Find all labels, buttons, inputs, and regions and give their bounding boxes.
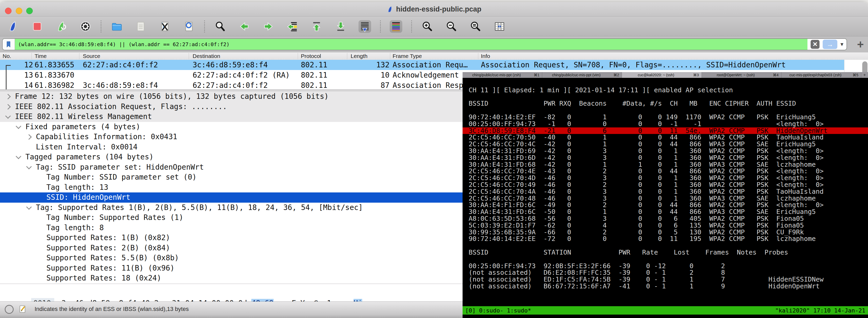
chevron-right-icon[interactable]	[26, 134, 32, 140]
filter-clear-button[interactable]: ✕	[811, 40, 819, 49]
folder-icon	[111, 21, 122, 32]
chevron-down-icon[interactable]	[26, 164, 32, 169]
save-document-icon	[135, 21, 147, 32]
column-separator[interactable]	[347, 53, 347, 59]
chevron-down-icon[interactable]	[16, 123, 21, 129]
chevron-down-icon[interactable]	[5, 113, 11, 119]
open-file-button[interactable]	[110, 20, 123, 33]
go-to-top-button[interactable]	[310, 20, 323, 33]
packet-cell: Association Request, SN=708, FN=0, Flags…	[481, 60, 786, 70]
terminal-line: 2C:C5:46:CC:70:50 -40 0 1 0 0 44 866 WPA…	[463, 134, 868, 141]
capture-comment-icon[interactable]	[18, 304, 27, 314]
wireshark-fin-icon	[386, 5, 393, 13]
maximize-window-button[interactable]	[26, 8, 33, 14]
auto-scroll-button[interactable]	[359, 20, 371, 33]
tree-line-text: Listen Interval: 0x0014	[36, 142, 137, 152]
go-to-packet-button[interactable]	[286, 20, 299, 33]
terminal-tab[interactable]: ching/public/cuc-mis-ppt (vim)⌘2	[542, 72, 622, 78]
expert-info-icon[interactable]	[5, 305, 13, 314]
packet-cell: 3c:46:d8:59:e8:f4	[83, 80, 158, 89]
filter-bookmark-button[interactable]	[3, 39, 15, 50]
tmux-sessions[interactable]: [0] 0:sudo- 1:sudo*	[465, 307, 531, 314]
terminal-line	[463, 242, 868, 249]
column-separator[interactable]	[31, 53, 32, 59]
capture-options-button[interactable]	[79, 20, 92, 33]
packet-cell: 12	[0, 60, 33, 70]
filter-apply-button[interactable]: →	[823, 39, 837, 49]
tree-line-text: IEEE 802.11 Wireless Management	[15, 112, 152, 122]
tree-line-text: Tag: Supported Rates 1(B), 2(B), 5.5(B),…	[36, 203, 363, 213]
go-to-packet-icon	[287, 21, 298, 32]
reload-document-icon	[183, 21, 195, 32]
shark-fin-icon	[7, 21, 19, 32]
tree-line-text: IEEE 802.11 Association Request, Flags: …	[15, 102, 227, 112]
filter-dropdown-caret[interactable]: ▾	[840, 41, 843, 48]
column-separator[interactable]	[390, 53, 390, 59]
close-window-button[interactable]	[5, 8, 11, 14]
column-header-time[interactable]: Time	[35, 52, 46, 60]
packet-cell: 13	[0, 70, 33, 80]
chevron-right-icon[interactable]	[5, 94, 11, 99]
close-file-button[interactable]	[159, 20, 171, 33]
column-separator[interactable]	[79, 53, 80, 59]
chevron-right-icon[interactable]	[5, 104, 11, 109]
tree-line-text: Supported Rates: 2(B) (0x84)	[46, 243, 170, 253]
packet-cell: 61.833670	[35, 70, 74, 80]
column-header-protocol[interactable]: Protocol	[301, 52, 321, 60]
terminal-new-tab-button[interactable]: +	[861, 72, 868, 78]
terminal-tab-label: root@OpenWrt: ~ (ssh)	[702, 72, 770, 78]
terminal-window[interactable]: ching/public/cuc-mis-ppt (zsh)⌘1ching/pu…	[463, 72, 868, 318]
terminal-line: 2C:C5:46:CC:70:48 -46 0 3 0 0 1 360 WPA3…	[463, 195, 868, 202]
filter-add-button[interactable]: +	[857, 37, 864, 52]
terminal-tab[interactable]: cuc@kali2020: ~ (ssh)⌘3	[622, 72, 702, 78]
terminal-tab[interactable]: root@OpenWrt: ~ (ssh)⌘4	[702, 72, 781, 78]
restart-capture-button[interactable]	[55, 20, 68, 33]
column-separator[interactable]	[189, 53, 189, 59]
main-toolbar	[0, 17, 868, 36]
zoom-reset-button[interactable]	[469, 20, 482, 33]
terminal-line: A8:0C:63:5D:53:68 -56 0 3 0 0 6 405 WPA2…	[463, 215, 868, 222]
find-packet-button[interactable]	[214, 20, 226, 33]
terminal-line: (not associated) ED:1F:C5:FA:74:5B -39 0…	[463, 276, 868, 283]
go-to-bottom-button[interactable]	[334, 20, 347, 33]
go-forward-button[interactable]	[262, 20, 275, 33]
stop-capture-button[interactable]	[31, 20, 43, 33]
column-header-frametype[interactable]: Frame Type	[393, 52, 422, 60]
display-filter-input[interactable]: (wlan.addr== 3c:46:d8:59:e8:f4) || (wlan…	[2, 38, 847, 50]
terminal-tab[interactable]: ching/public/cuc-mis-ppt (zsh)⌘1	[463, 72, 542, 78]
packet-cell: 132	[351, 60, 390, 70]
start-capture-button[interactable]	[7, 20, 20, 33]
resize-columns-button[interactable]	[493, 20, 506, 33]
column-header-source[interactable]: Source	[83, 52, 100, 60]
terminal-line: 2C:C5:46:CC:70:49 -46 0 2 0 0 1 360 WPA2…	[463, 181, 868, 188]
packet-cell: Association Requ…	[393, 60, 479, 70]
magnifier-icon	[214, 21, 226, 32]
column-header-destination[interactable]: Destination	[193, 52, 220, 60]
column-header-no[interactable]: No.	[3, 52, 11, 60]
terminal-line: BSSID PWR RXQ Beacons #Data, #/s CH MB E…	[463, 100, 868, 107]
wireshark-window: hidden-essid-public.pcap	[0, 2, 868, 318]
packet-row[interactable]: 1261.83365562:27:ad:c4:0f:f23c:46:d8:59:…	[0, 60, 868, 70]
tree-line-text: SSID: HiddenOpenWrt	[46, 193, 130, 203]
column-header-info[interactable]: Info	[481, 52, 490, 60]
terminal-tab-shortcut: ⌘4	[773, 72, 779, 78]
terminal-line: 00:25:00:FF:94:73 -1 0 0 0 0 -1 -1 <leng…	[463, 121, 868, 127]
chevron-down-icon[interactable]	[16, 154, 21, 159]
chevron-down-icon[interactable]	[26, 204, 32, 209]
terminal-tab[interactable]: cuc-mis-ppt/exp/chap0x03 (zsh)⌘5	[781, 72, 861, 78]
filter-text[interactable]: (wlan.addr== 3c:46:d8:59:e8:f4) || (wlan…	[15, 39, 807, 50]
terminal-tab-shortcut: ⌘3	[693, 72, 699, 78]
column-header-length[interactable]: Length	[351, 52, 367, 60]
zoom-out-button[interactable]	[445, 20, 458, 33]
tree-line-text: Fixed parameters (4 bytes)	[25, 122, 140, 132]
terminal-line: 5C:03:39:E2:D1:F7 -62 0 4 0 0 6 135 WPA2…	[463, 222, 868, 229]
save-file-button[interactable]	[134, 20, 147, 33]
title-bar[interactable]: hidden-essid-public.pcap	[0, 2, 868, 17]
packet-list-header[interactable]: No.TimeSourceDestinationProtocolLengthFr…	[0, 52, 868, 60]
reload-file-button[interactable]	[183, 20, 195, 33]
terminal-screen[interactable]: CH 11 ][ Elapsed: 1 min ][ 2021-01-14 17…	[463, 78, 868, 318]
minimize-window-button[interactable]	[16, 8, 22, 14]
colorize-packets-button[interactable]	[390, 20, 402, 33]
zoom-in-button[interactable]	[421, 20, 433, 33]
go-back-button[interactable]	[238, 20, 251, 33]
